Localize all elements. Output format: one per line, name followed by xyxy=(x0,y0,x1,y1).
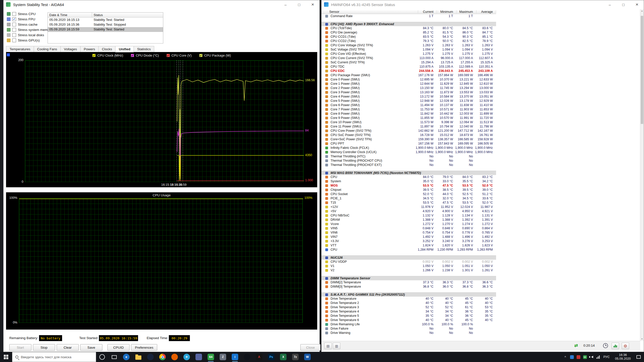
sensor-row[interactable]: Infinity Fabric Clock (FCLK)1,900.0 MHz1… xyxy=(321,146,496,150)
tab-unified[interactable]: Unified xyxy=(115,46,134,52)
sensor-row[interactable]: +12V11.976 V11.952 V12.024 V11.987 V xyxy=(321,205,496,209)
sensor-row[interactable]: CPU84.0 °C79.0 °C84.0 °C83.2 °C xyxy=(321,175,496,179)
sensor-row[interactable]: Core 1 Power (SMU)12.644 W11.629 W12.845… xyxy=(321,82,496,86)
clock-icon[interactable] xyxy=(603,343,608,348)
sensor-row[interactable]: V11.050 V1.050 V1.051 V1.050 V xyxy=(321,264,496,268)
sensor-row[interactable]: Vcore1.272 V1.270 V1.274 V1.272 V xyxy=(321,222,496,226)
sensor-row[interactable]: Command Rate1 T1 T1 T xyxy=(321,14,496,18)
sensor-row[interactable]: Core 0 Power (SMU)12.695 W10.370 W13.221… xyxy=(321,77,496,82)
sensor-row[interactable]: VIN71.492 V1.488 V1.496 V1.492 V xyxy=(321,235,496,239)
stop-button[interactable]: Stop xyxy=(33,344,55,351)
sensor-row[interactable]: CPU VDDP0.002 V0.002 V0.002 V0.002 V xyxy=(321,260,496,264)
sensor-row[interactable]: CPU CCD1 (Tdie)83.5 °C54.3 °C90.3 °C85.1… xyxy=(321,35,496,39)
edge-icon[interactable]: e xyxy=(120,352,132,362)
sensor-row[interactable]: Core 2 Power (SMU)13.150 W11.745 W13.294… xyxy=(321,86,496,90)
sensor-row[interactable]: CPU CCD2 (Tdie)79.3 °C50.0 °C82.5 °C78.9… xyxy=(321,39,496,43)
legend-checkbox[interactable]: ✓ xyxy=(199,54,203,57)
sensor-row[interactable]: Drive WarningNoNoNo xyxy=(321,331,496,335)
discord-icon[interactable] xyxy=(193,352,205,362)
tab-voltages[interactable]: Voltages xyxy=(60,46,80,52)
sensor-row[interactable]: PCIE_134.5 °C32.0 °C34.5 °C33.6 °C xyxy=(321,196,496,201)
scroll-up-icon[interactable]: ▲ xyxy=(640,9,644,13)
7zip-icon[interactable]: 7z xyxy=(289,352,301,362)
graph-button-icon[interactable] xyxy=(612,343,619,349)
scroll-down-icon[interactable]: ▼ xyxy=(640,337,644,341)
sensor-row[interactable]: Core 4 Power (SMU)13.172 W10.584 W13.370… xyxy=(321,95,496,99)
sensor-row[interactable]: Core 8 Power (SMU)11.842 W10.442 W12.003… xyxy=(321,112,496,116)
sensor-row[interactable]: DRAM1.388 V1.388 V1.392 V1.391 V xyxy=(321,218,496,222)
sensor-row[interactable]: Drive Temperature 535 °C34 °C36 °C35 °C xyxy=(321,314,496,318)
start-button[interactable]: Start xyxy=(9,344,31,351)
stress-option-cache[interactable]: Stress cache xyxy=(7,22,49,27)
sensor-row[interactable]: Core 5 Power (SMU)12.948 W12.026 W13.178… xyxy=(321,99,496,103)
tab-cooling-fans[interactable]: Cooling Fans xyxy=(34,46,61,52)
hwinfo-tray-icon[interactable] xyxy=(569,352,575,362)
sensor-row[interactable]: CPU EDC244.556 A236.043 A245.453 A243.10… xyxy=(321,69,496,73)
aida64-tray-icon[interactable]: 64 xyxy=(582,352,588,362)
obs-studio-icon[interactable] xyxy=(241,352,253,362)
close-icon[interactable] xyxy=(306,0,319,9)
sensor-row[interactable]: CPU PPT167.156 W157.843 W169.095 W166.50… xyxy=(321,142,496,146)
sensor-row[interactable]: Drive Temperature40 °C40 °C45 °C40 °C xyxy=(321,297,496,301)
stress-checkbox[interactable] xyxy=(12,12,16,16)
sensor-row[interactable]: Memory Controller Clock (UCLK)1,900.0 MH… xyxy=(321,150,496,154)
photoshop-icon[interactable]: Ps xyxy=(265,352,277,362)
taskbar-clock[interactable]: 16:36 05.09.2020 xyxy=(612,353,634,361)
legend-checkbox[interactable]: ✓ xyxy=(92,54,96,57)
tab-statistics[interactable]: Statistics xyxy=(134,46,154,52)
sensor-row[interactable]: SoC Voltage (SVI2 TFN)1.094 V1.094 V1.09… xyxy=(321,48,496,52)
aida64-titlebar[interactable]: System Stability Test - AIDA64 xyxy=(4,0,319,9)
cortana-icon[interactable] xyxy=(96,352,108,362)
column-sensor[interactable]: Sensor xyxy=(329,10,339,14)
task-view-icon[interactable] xyxy=(108,352,120,362)
preferences-button[interactable]: Preferences xyxy=(131,344,157,351)
sensor-row[interactable]: CPU Socket52.0 °C44.0 °C52.5 °C51.2 °C xyxy=(321,192,496,196)
afterburner-icon[interactable]: A xyxy=(253,352,265,362)
sensor-row[interactable]: Thermal Throttling (PROCHOT EXT)NoNoNo xyxy=(321,163,496,167)
tab-clocks[interactable]: Clocks xyxy=(98,46,116,52)
sensor-group-header[interactable]: CPU [#0]: AMD Ryzen 9 3900XT: Enhanced xyxy=(321,22,496,26)
file-explorer-icon[interactable] xyxy=(132,352,144,362)
sensor-row[interactable]: System35.0 °C33.0 °C35.5 °C34.2 °C xyxy=(321,179,496,184)
clear-button[interactable]: Clear xyxy=(57,344,79,351)
columns-button-icon[interactable]: ▥ xyxy=(333,343,340,349)
sensor-row[interactable]: Core 6 Power (SMU)11.494 W10.137 W11.838… xyxy=(321,103,496,107)
sensor-row[interactable]: Drive Temperature 240 °C40 °C45 °C40 °C xyxy=(321,301,496,305)
stress-option-memory[interactable]: Stress system memory xyxy=(7,27,49,32)
sensor-row[interactable]: DIMM[3] Temperature36.8 °C36.0 °C36.8 °C… xyxy=(321,285,496,289)
steam-icon[interactable] xyxy=(144,352,156,362)
column-average[interactable]: Average xyxy=(465,10,493,14)
swap-arrows-icon[interactable]: ⇄ xyxy=(574,343,578,348)
legend-checkbox[interactable]: ✓ xyxy=(131,54,134,57)
stress-option-fpu[interactable]: ✓Stress FPU xyxy=(7,17,49,22)
legend-item[interactable]: ✓CPU Core (V) xyxy=(167,54,192,57)
hidden-icons-chevron[interactable]: ^ xyxy=(562,352,569,362)
sensor-scrollbar[interactable]: ▲ ▼ xyxy=(640,9,643,341)
log-row[interactable]: 05.09.2020 16:15:36Stability Test: Stopp… xyxy=(48,22,163,27)
legend-item[interactable]: ✓CPU Clock (MHz) xyxy=(92,54,123,57)
cpu-z-icon[interactable]: Z xyxy=(217,352,229,362)
minimize-icon[interactable] xyxy=(603,0,617,9)
sensor-row[interactable]: Core 9 Power (SMU)11.855 W10.570 W11.991… xyxy=(321,116,496,120)
sensor-row[interactable]: VTT1.824 V1.820 V1.826 V1.823 V xyxy=(321,243,496,248)
cpuid-button[interactable]: CPUID xyxy=(107,344,130,351)
save-button[interactable]: Save xyxy=(80,344,102,351)
legend-item[interactable]: ✓CPU Diode (°C) xyxy=(131,54,159,57)
firefox-icon[interactable] xyxy=(169,352,181,362)
maximize-icon[interactable] xyxy=(292,0,306,9)
legend-item[interactable]: ✓CPU Package (W) xyxy=(199,54,231,57)
minimize-icon[interactable] xyxy=(279,0,292,9)
tab-temperatures[interactable]: Temperatures xyxy=(6,46,34,52)
stress-option-disk[interactable]: Stress local disks xyxy=(7,32,49,38)
sensor-row[interactable]: CPU Die (average)85.2 °C81.5 °C86.0 °C84… xyxy=(321,30,496,35)
action-center-button[interactable] xyxy=(634,352,643,362)
sensor-row[interactable]: CPU Core Current (SVI2 TFN)113.000 A96.0… xyxy=(321,56,496,60)
sensor-row[interactable]: Thermal Throttling (HTC)NoNoNo xyxy=(321,154,496,159)
sensor-table-header[interactable]: Sensor Current Minimum Maximum Average xyxy=(321,10,496,14)
sensor-row[interactable]: T1553.5 °C47.5 °C53.5 °C52.0 °C xyxy=(321,201,496,205)
sensor-group-header[interactable]: MSI MAG B550 TOMAHAWK (MS-7C91) (Nuvoton… xyxy=(321,171,496,175)
sensor-row[interactable]: Chipset39.5 °C38.5 °C39.5 °C39.0 °C xyxy=(321,188,496,192)
stress-checkbox[interactable]: ✓ xyxy=(12,17,16,21)
excel-icon[interactable]: X xyxy=(277,352,289,362)
tab-powers[interactable]: Powers xyxy=(80,46,99,52)
